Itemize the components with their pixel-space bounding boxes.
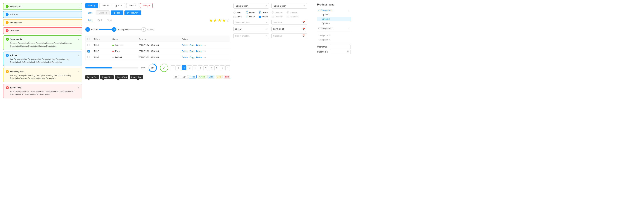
select-all-checkbox[interactable] (88, 38, 90, 40)
checkbox-input-checked[interactable]: ✓ (259, 16, 261, 18)
page-button-4[interactable]: 4 (192, 65, 198, 70)
username-input[interactable] (330, 45, 351, 49)
select-option-1[interactable]: Select Option ▾ (234, 3, 269, 9)
more-action[interactable]: ··· (204, 56, 206, 59)
alert-close-button[interactable]: × (78, 38, 79, 41)
checkbox-selected[interactable]: ✓ Select (259, 16, 268, 18)
password-field[interactable] (332, 51, 347, 53)
date-box-2[interactable]: 2020-01-04 📅 (272, 27, 307, 32)
tag-add-button[interactable]: + Tag (189, 75, 196, 78)
radio-button-hover[interactable] (246, 11, 248, 14)
copy-action[interactable]: Copy (190, 50, 194, 52)
password-input[interactable]: 👁 (330, 50, 351, 54)
nav-item-option2[interactable]: Option 2 (317, 17, 351, 21)
nav-item-4[interactable]: Navigation 4 (317, 38, 351, 42)
dashed-button[interactable]: Dashed (126, 3, 139, 8)
select-box-3[interactable]: Select a Option ▾ (234, 33, 269, 38)
alert-close-button[interactable]: × (78, 87, 79, 89)
radio-button-unchecked[interactable] (234, 11, 236, 14)
date-box-3[interactable]: Start date 📅 (272, 33, 307, 38)
page-button-6[interactable]: 6 (204, 65, 208, 70)
primary-button[interactable]: Primary (85, 3, 98, 8)
page-button-1[interactable]: 1 (176, 65, 181, 70)
success-icon: ✓ (6, 38, 9, 41)
radio-inner-disabled (288, 12, 288, 13)
row-checkbox-checked[interactable]: ✓ (88, 50, 90, 53)
danger-button[interactable]: Danger (140, 3, 153, 8)
nav-section-2-header[interactable]: ◇ Navigation 2 ∨ (317, 26, 351, 31)
page-button-5[interactable]: 5 (198, 65, 203, 70)
nav-item-3[interactable]: Navigation 3 (317, 33, 351, 38)
star-rating[interactable]: ★ ★ ★ ★ ☆ (209, 18, 230, 23)
nav-item-option1[interactable]: Option 1 (317, 13, 351, 17)
checkbox-hover[interactable]: Hover (246, 16, 255, 18)
row-title: Title2 (92, 48, 110, 54)
next-page-button[interactable]: › (226, 65, 230, 70)
star-4[interactable]: ★ (222, 18, 226, 23)
row-checkbox[interactable] (88, 44, 90, 46)
alert-info-detailed: i Info Text × Info Description Info Desc… (3, 52, 82, 66)
prev-page-button[interactable]: ‹ (171, 65, 176, 70)
alert-close-button[interactable]: × (78, 5, 80, 8)
alert-close-button[interactable]: × (78, 54, 79, 57)
page-button-8[interactable]: 8 (214, 65, 219, 70)
star-3[interactable]: ★ (218, 18, 222, 23)
pagination[interactable]: ‹ 1 2 3 4 5 6 7 8 9 › (171, 65, 230, 70)
icon-button[interactable]: ▦ Icon (113, 3, 125, 8)
page-button-7[interactable]: 7 (209, 65, 214, 70)
copy-action[interactable]: Copy (190, 56, 194, 59)
dropdown-labels: Select Option ▾ Select Option ▾ (234, 3, 311, 9)
page-button-3[interactable]: 3 (187, 65, 192, 70)
alert-success-text: Success Text (10, 5, 22, 8)
icon-blue-button[interactable]: ▦ Icon (111, 11, 123, 15)
select-box-2[interactable]: Option1 ▾ (234, 27, 269, 32)
more-action[interactable]: ··· (204, 50, 206, 52)
checkbox-input-unchecked[interactable] (234, 16, 236, 18)
grid-icon: ▦ (116, 4, 117, 7)
row-checkbox[interactable] (88, 56, 90, 58)
radio-button-selected[interactable] (259, 11, 261, 14)
alert-close-button[interactable]: × (78, 13, 80, 16)
select-box-1[interactable]: Select a Option ▾ (234, 20, 269, 25)
delete-action[interactable]: Delete (182, 44, 188, 46)
more-action[interactable]: ··· (204, 44, 206, 46)
select-date-row-1: Select a Option ▾ Start date 📅 (234, 20, 311, 25)
alert-close-button[interactable]: × (78, 22, 80, 24)
star-5[interactable]: ☆ (226, 18, 230, 23)
table-header-time[interactable]: Time ⇅ (137, 36, 180, 42)
delete-action-2[interactable]: Delete (196, 44, 202, 46)
delete-action[interactable]: Delete (182, 56, 188, 59)
alert-close-button[interactable]: × (78, 30, 80, 32)
delete-action-2[interactable]: Delete (196, 56, 202, 59)
default-button[interactable]: Default (99, 3, 112, 8)
dropdown-button[interactable]: Dropdown ▾ (124, 11, 141, 15)
radio-hover: Hover (246, 11, 255, 14)
checkbox-unchecked[interactable]: Radio (234, 16, 242, 18)
icon-button-label: Icon (118, 4, 122, 7)
date-box-1[interactable]: Start date 📅 (272, 20, 307, 25)
nav-section-1-header[interactable]: ◇ Navigation 1 ∧ (317, 8, 351, 13)
delete-action-2[interactable]: Delete (196, 50, 202, 52)
diamond-icon-2: ◇ (318, 27, 320, 30)
chevron-down-icon: ▾ (266, 28, 267, 30)
star-2[interactable]: ★ (213, 18, 217, 23)
row-title: Title3 (92, 54, 110, 60)
alert-success-simple: ✓ Success Text × (3, 3, 82, 10)
star-1[interactable]: ★ (209, 18, 213, 23)
tab-tab3: Tab3 (105, 18, 114, 23)
tab-tab1[interactable]: Tab1 (85, 18, 95, 23)
tag-gold: Gold (216, 75, 222, 78)
delete-action[interactable]: Delete (182, 50, 188, 52)
tab-tab2[interactable]: Tab2 (95, 18, 105, 23)
link-button[interactable]: Link (85, 11, 95, 15)
table-header-title[interactable]: Title ⇅ (92, 36, 110, 42)
page-button-9[interactable]: 9 (220, 65, 225, 70)
alert-close-button[interactable]: × (78, 70, 79, 73)
copy-action[interactable]: Copy (190, 44, 194, 46)
select-option-2[interactable]: Select Option ▾ (272, 3, 307, 9)
checkbox-input-hover[interactable] (246, 16, 248, 18)
eye-icon[interactable]: 👁 (347, 51, 349, 53)
nav-item-option3[interactable]: Option 3 (317, 21, 351, 26)
page-button-2[interactable]: 2 (182, 65, 186, 70)
tag-close-icon[interactable]: × (185, 76, 186, 78)
